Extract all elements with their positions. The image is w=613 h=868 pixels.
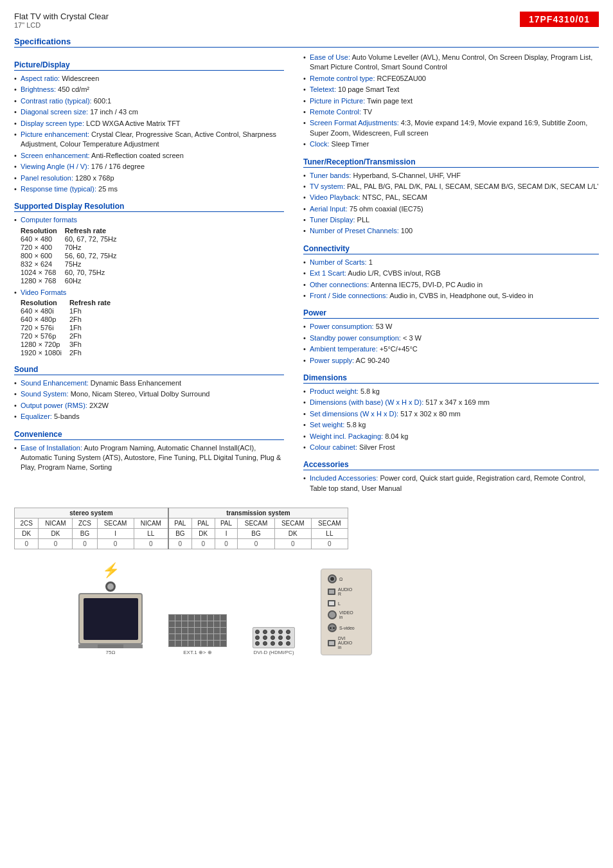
list-item: Set dimensions (W x H x D): 517 x 302 x … xyxy=(303,409,599,419)
list-item: Weight incl. Packaging: 8.04 kg xyxy=(303,432,599,441)
list-item: Front / Side connections: Audio in, CVBS… xyxy=(303,291,599,301)
tv-front-view: ⚡ 75Ω xyxy=(78,562,143,655)
audio-l-label: L xyxy=(338,601,341,606)
left-column: Picture/Display Aspect ratio: Widescreen… xyxy=(14,53,284,495)
section-accessories: Accessories xyxy=(303,460,599,470)
ease-of-use-list: Ease of Use: Auto Volume Leveller (AVL),… xyxy=(303,53,599,150)
svideo-icon xyxy=(328,623,337,632)
computer-formats-table: Resolution Refresh rate 640 × 48060, 67,… xyxy=(21,227,284,285)
list-item: TV system: PAL, PAL B/G, PAL D/K, PAL I,… xyxy=(303,182,599,191)
audio-l-icon xyxy=(328,600,335,607)
section-power: Power xyxy=(303,308,599,319)
list-item: Ease of Use: Auto Volume Leveller (AVL),… xyxy=(303,53,599,73)
list-item: Ambient temperature: +5°C/+45°C xyxy=(303,344,599,354)
list-item: Tuner bands: Hyperband, S-Channel, UHF, … xyxy=(303,171,599,181)
connector-svideo: S-video xyxy=(328,623,365,632)
list-item: Aspect ratio: Widescreen xyxy=(14,74,284,84)
sound-list: Sound Enhancement: Dynamic Bass Enhancem… xyxy=(14,378,284,422)
scart-label: Ω xyxy=(339,577,342,581)
dvi-dots xyxy=(253,627,295,648)
list-item: Power supply: AC 90-240 xyxy=(303,356,599,366)
list-item: Aerial Input: 75 ohm coaxial (IEC75) xyxy=(303,204,599,214)
page-header: Flat TV with Crystal Clear 17" LCD 17PF4… xyxy=(14,12,599,29)
list-item: Diagonal screen size: 17 inch / 43 cm xyxy=(14,107,284,117)
connectivity-list: Number of Scarts: 1 Ext 1 Scart: Audio L… xyxy=(303,258,599,301)
section-convenience: Convenience xyxy=(14,430,284,440)
specs-title: Specifications xyxy=(14,37,599,48)
section-supported-display: Supported Display Resolution xyxy=(14,202,284,212)
list-item: Set weight: 5.8 kg xyxy=(303,420,599,430)
stereo-table: stereo system transmission system 2CS NI… xyxy=(14,508,348,549)
ext-connector-label: EXT.1 ⊕> ⊕ xyxy=(183,650,211,655)
list-item: Number of Scarts: 1 xyxy=(303,258,599,267)
list-item: Screen Format Adjustments: 4:3, Movie ex… xyxy=(303,118,599,138)
power-list: Power consumption: 53 W Standby power co… xyxy=(303,322,599,366)
dvi-audio-icon xyxy=(328,640,335,646)
tv-base-center xyxy=(98,644,123,648)
connector-audio-l: L xyxy=(328,600,365,607)
list-item: Tuner Display: PLL xyxy=(303,215,599,225)
connector-audio-r: AUDIOR xyxy=(328,587,365,596)
list-item: Panel resolution: 1280 x 768p xyxy=(14,173,284,183)
scart-circle-icon xyxy=(328,574,337,583)
list-item: Brightness: 450 cd/m² xyxy=(14,85,284,94)
list-item: Equalizer: 5-bands xyxy=(14,412,284,421)
transmission-system-header: transmission system xyxy=(168,508,348,518)
list-item: Response time (typical): 25 ms xyxy=(14,184,284,194)
connector-panel: EXT.1 ⊕> ⊕ xyxy=(168,614,227,655)
section-picture-display: Picture/Display xyxy=(14,60,284,71)
list-item: Sound Enhancement: Dynamic Bass Enhancem… xyxy=(14,378,284,388)
list-item: Output power (RMS): 2X2W xyxy=(14,401,284,411)
list-item: Ease of Installation: Auto Program Namin… xyxy=(14,443,284,473)
dvi-label: DVI-D (HDMI/PC) xyxy=(253,650,294,655)
audio-r-icon xyxy=(328,589,335,595)
video-in-label: VIDEOin xyxy=(339,610,353,619)
tuner-list: Tuner bands: Hyperband, S-Channel, UHF, … xyxy=(303,171,599,236)
product-subtitle: 17" LCD xyxy=(14,21,109,29)
list-item: Ext 1 Scart: Audio L/R, CVBS in/out, RGB xyxy=(303,269,599,278)
video-formats-list: Video Formats xyxy=(14,288,284,297)
tv-base-left xyxy=(78,644,98,648)
dvi-audio-label: DVIAUDIOin xyxy=(338,636,352,650)
connector-scart: Ω xyxy=(328,574,365,583)
ease-of-use-section: Ease of Use: Auto Volume Leveller (AVL),… xyxy=(303,53,599,150)
accessories-list: Included Accessories: Power cord, Quick … xyxy=(303,474,599,493)
list-item: Number of Preset Channels: 100 xyxy=(303,226,599,236)
audio-r-label: AUDIOR xyxy=(338,587,352,596)
list-item: Dimensions (with base) (W x H x D): 517 … xyxy=(303,398,599,407)
connector-grid xyxy=(168,614,227,647)
dvi-connector: DVI-D (HDMI/PC) xyxy=(253,627,295,655)
list-item: Picture enhancement: Crystal Clear, Prog… xyxy=(14,130,284,150)
list-item: Picture in Picture: Twin page text xyxy=(303,96,599,106)
list-item: Remote control type: RCFE05ZAU00 xyxy=(303,74,599,84)
list-item: Clock: Sleep Timer xyxy=(303,139,599,149)
antenna-icon: ⚡ xyxy=(102,562,120,579)
stereo-section: stereo system transmission system 2CS NI… xyxy=(14,508,599,549)
list-item: Computer formats xyxy=(14,215,284,225)
list-item: Other connections: Antenna IEC75, DVI-D,… xyxy=(303,280,599,290)
tv-base-right xyxy=(123,644,143,648)
list-item: Contrast ratio (typical): 600:1 xyxy=(14,96,284,106)
stereo-system-header: stereo system xyxy=(15,508,168,518)
list-item: Colour cabinet: Silver Frost xyxy=(303,443,599,452)
product-info: Flat TV with Crystal Clear 17" LCD xyxy=(14,12,109,29)
bottom-images-section: ⚡ 75Ω EXT.1 ⊕> ⊕ xyxy=(14,562,599,655)
list-item: Included Accessories: Power cord, Quick … xyxy=(303,474,599,493)
list-item: Teletext: 10 page Smart Text xyxy=(303,85,599,94)
connector-video-in: VIDEOin xyxy=(328,610,365,619)
section-tuner: Tuner/Reception/Transmission xyxy=(303,157,599,168)
list-item: Remote Control: TV xyxy=(303,107,599,117)
model-badge: 17PF4310/01 xyxy=(520,12,599,27)
tv-label: 75Ω xyxy=(106,650,116,655)
section-dimensions: Dimensions xyxy=(303,373,599,384)
list-item: Sound System: Mono, Nicam Stereo, Virtua… xyxy=(14,389,284,399)
section-sound: Sound xyxy=(14,365,284,375)
video-in-icon xyxy=(328,610,337,619)
convenience-list: Ease of Installation: Auto Program Namin… xyxy=(14,443,284,473)
video-formats-table: Resolution Refresh rate 640 × 480i1Fh 64… xyxy=(21,299,284,357)
list-item: Power consumption: 53 W xyxy=(303,322,599,332)
list-item: Display screen type: LCD WXGA Active Mat… xyxy=(14,119,284,128)
antenna-circle-icon xyxy=(105,581,116,592)
right-column: Ease of Use: Auto Volume Leveller (AVL),… xyxy=(303,53,599,495)
product-title: Flat TV with Crystal Clear xyxy=(14,12,109,21)
